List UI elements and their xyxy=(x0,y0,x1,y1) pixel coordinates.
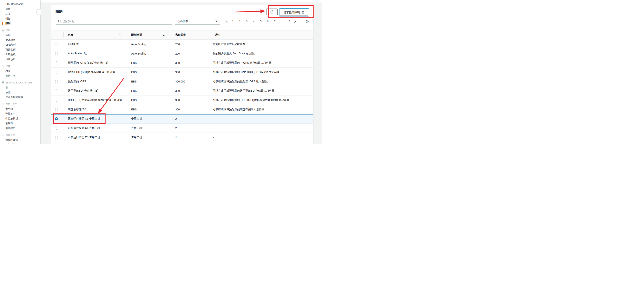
sidebar-item-报告[interactable]: 报告 xyxy=(0,16,40,21)
sidebar-item-专用主机[interactable]: 专用主机 xyxy=(0,52,40,57)
request-limit-increase-button[interactable]: 请求提高限制 xyxy=(280,9,308,16)
sidebar-section-实例[interactable]: 实例 xyxy=(0,28,40,32)
row-type-cell: 专用主机 xyxy=(127,136,171,139)
row-description-cell: 您的账户的最大启动配置数。 xyxy=(210,42,313,46)
table-row[interactable]: 正在运行按需 C3 专用主机专用主机2- xyxy=(51,114,313,124)
sidebar-item-弹性 IP[interactable]: 弹性 IP xyxy=(0,111,40,116)
table-row[interactable]: 预配置的 IOPSEBS300,000可以在该区域预配置的预配置 IOPS 最大… xyxy=(51,77,313,86)
sidebar-item-label: EC2 Dashboard xyxy=(6,2,40,6)
sidebar-item-EC2 Dashboard[interactable]: EC2 Dashboard xyxy=(0,2,40,6)
column-header-name[interactable]: 名称 ▽ xyxy=(64,30,127,40)
row-radio-cell xyxy=(51,136,64,139)
pagination-page-2[interactable]: 2 xyxy=(238,20,241,23)
filter-dropdown[interactable]: 所有限制 xyxy=(175,18,220,25)
row-description-cell: 可以在该区域预配置的 HDD (ST1)优化存储吞吐量的最大总容量。 xyxy=(210,98,313,102)
row-name-cell: 启动配置 xyxy=(64,42,127,46)
row-type-cell: 专用主机 xyxy=(127,126,171,130)
sidebar-collapse-button[interactable] xyxy=(36,9,41,15)
pagination-page-3[interactable]: 3 xyxy=(246,20,248,23)
table-row[interactable]: 正在运行按需 C5 专用主机专用主机2- xyxy=(51,133,313,142)
table-row[interactable]: 正在运行按需 C4 专用主机专用主机2- xyxy=(51,124,313,133)
table-row[interactable]: 预配置的 IOPS (SSD)卷存储(TiB)EBS300可以在该区域预配置的 … xyxy=(51,58,313,68)
radio-unselected[interactable] xyxy=(55,71,58,74)
row-description-cell: - xyxy=(210,136,313,139)
search-box[interactable] xyxy=(56,18,172,25)
table-row[interactable]: Cold HDD (SC1)最大存储量以 TiB 计算EBS300可以在该区域预… xyxy=(51,68,313,77)
search-input[interactable] xyxy=(63,20,170,23)
row-current-limit-cell: 300 xyxy=(171,89,210,92)
sidebar-nav: EC2 Dashboard事件标签报告限制实例实例启动模板Spot 请求预留实例… xyxy=(0,0,40,144)
sidebar-item-事件[interactable]: 事件 xyxy=(0,6,40,11)
collapse-minus-icon xyxy=(2,134,4,136)
pagination-page-1[interactable]: 1 xyxy=(232,20,234,23)
sidebar-item-密钥对[interactable]: 密钥对 xyxy=(0,121,40,126)
sidebar-item-安全组[interactable]: 安全组 xyxy=(0,106,40,111)
radio-selected[interactable] xyxy=(55,117,58,120)
row-type-cell: EBS xyxy=(127,89,171,92)
radio-unselected[interactable] xyxy=(55,89,58,92)
row-radio-cell xyxy=(51,61,64,64)
pagination-page-4[interactable]: 4 xyxy=(252,20,255,23)
pagination-page-7[interactable]: 7 xyxy=(274,20,276,23)
sidebar-item-label: 启动模板 xyxy=(6,38,40,42)
table-row[interactable]: HDD (ST1)优化存储的最大吞吐量以 TiB 计算EBS300可以在该区域预… xyxy=(51,96,313,105)
column-header-description[interactable]: 描述 xyxy=(210,30,313,40)
active-indicator-bar xyxy=(2,22,3,25)
sidebar-section-映像[interactable]: 映像 xyxy=(0,64,40,68)
radio-unselected[interactable] xyxy=(55,126,58,130)
row-name-cell: 预配置的 IOPS xyxy=(64,80,127,83)
sidebar-item-Spot 请求[interactable]: Spot 请求 xyxy=(0,42,40,47)
page-title: 限制 xyxy=(56,9,62,14)
collapse-minus-icon xyxy=(2,65,4,67)
sidebar-item-生命周期管理器[interactable]: 生命周期管理器 xyxy=(0,95,40,100)
sidebar-item-label: 网络接口 xyxy=(6,126,40,130)
refresh-icon xyxy=(270,10,274,14)
pagination-page-6[interactable]: 6 xyxy=(266,20,269,23)
radio-unselected[interactable] xyxy=(55,108,58,111)
column-label: 名称 xyxy=(68,33,73,37)
sidebar-item-容量预留[interactable]: 容量预留 xyxy=(0,57,40,62)
table-body: 启动配置Auto Scaling200您的账户的最大启动配置数。Auto Sca… xyxy=(51,40,313,142)
sidebar-section-网络与安全[interactable]: 网络与安全 xyxy=(0,102,40,106)
table-row[interactable]: 磁盘卷存储(TiB)EBS300可以在该区域预配置的磁盘存储最大总容量。 xyxy=(51,105,313,114)
sidebar-item-标签[interactable]: 标签 xyxy=(0,11,40,16)
sidebar-section-ELASTIC BLOCK STORE[interactable]: ELASTIC BLOCK STORE xyxy=(0,80,40,85)
column-header-type[interactable]: 限制类型 ▲ xyxy=(127,30,171,40)
radio-unselected[interactable] xyxy=(55,80,58,83)
table-row[interactable]: 通用型(SSD) 卷存储(TiB)EBS300可以在该区域预配置的通用型(SSD… xyxy=(51,86,313,96)
settings-gear-button[interactable]: ⚙ xyxy=(305,19,309,23)
column-header-current[interactable]: 当前限制 xyxy=(171,30,210,40)
radio-unselected[interactable] xyxy=(55,61,58,64)
table-row[interactable]: Auto Scaling 组Auto Scaling200您的账户的最大 Aut… xyxy=(51,49,313,58)
pagination-page-13[interactable]: 13 xyxy=(288,20,290,23)
radio-unselected[interactable] xyxy=(55,98,58,102)
row-type-cell: EBS xyxy=(127,61,171,64)
sidebar-item-实例[interactable]: 实例 xyxy=(0,32,40,38)
sidebar-section-负载平衡[interactable]: 负载平衡 xyxy=(0,132,40,138)
sidebar-section-label: ELASTIC BLOCK STORE xyxy=(6,81,32,84)
sidebar-item-AMI[interactable]: AMI xyxy=(0,68,40,73)
radio-unselected[interactable] xyxy=(55,52,58,55)
refresh-button[interactable] xyxy=(266,8,278,15)
sidebar-item-目标群组[interactable]: 目标群组 xyxy=(0,142,40,144)
sidebar-item-label: 目标群组 xyxy=(6,142,40,144)
sidebar-item-捆绑任务[interactable]: 捆绑任务 xyxy=(0,73,40,78)
sidebar-item-卷[interactable]: 卷 xyxy=(0,85,40,90)
sidebar-item-个置放群组[interactable]: 个置放群组 xyxy=(0,116,40,121)
row-type-cell: Auto Scaling xyxy=(127,52,171,55)
sidebar-item-网络接口[interactable]: 网络接口 xyxy=(0,126,40,130)
pagination-page-5[interactable]: 5 xyxy=(260,20,262,23)
sidebar-item-启动模板[interactable]: 启动模板 xyxy=(0,38,40,42)
sidebar-item-限制[interactable]: 限制 xyxy=(0,21,40,26)
previous-page-button[interactable] xyxy=(226,20,228,23)
table-row[interactable]: 启动配置Auto Scaling200您的账户的最大启动配置数。 xyxy=(51,40,313,49)
radio-unselected[interactable] xyxy=(55,136,58,139)
sidebar-item-快照[interactable]: 快照 xyxy=(0,90,40,95)
next-page-button[interactable] xyxy=(294,20,296,23)
sidebar-item-预留实例[interactable]: 预留实例 xyxy=(0,47,40,52)
row-description-cell: 您的账户的最大 Auto Scaling 组数。 xyxy=(210,52,313,55)
row-radio-cell xyxy=(51,80,64,83)
sidebar-item-label: AMI xyxy=(6,68,40,73)
radio-unselected[interactable] xyxy=(55,43,58,46)
sidebar-item-负载均衡器[interactable]: 负载均衡器 xyxy=(0,138,40,142)
